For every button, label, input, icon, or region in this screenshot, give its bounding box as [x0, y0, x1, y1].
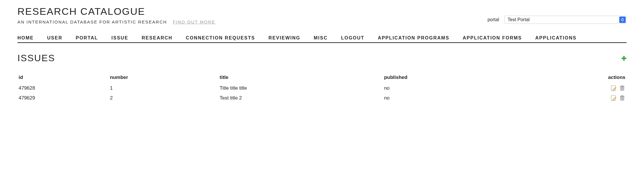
col-header-id[interactable]: id — [17, 72, 109, 83]
edit-icon — [611, 95, 617, 101]
nav-connection-requests[interactable]: CONNECTION REQUESTS — [186, 35, 255, 41]
table-header-row: id number title published actions — [17, 72, 627, 83]
nav-applications[interactable]: APPLICATIONS — [535, 35, 577, 41]
edit-button[interactable] — [611, 95, 617, 101]
brand-block: RESEARCH CATALOGUE AN INTERNATIONAL DATA… — [17, 6, 215, 24]
nav-research[interactable]: RESEARCH — [142, 35, 172, 41]
delete-button[interactable] — [619, 95, 625, 101]
edit-button[interactable] — [611, 85, 617, 91]
nav-reviewing[interactable]: REVIEWING — [268, 35, 300, 41]
nav-logout[interactable]: LOGOUT — [341, 35, 364, 41]
portal-label: portal — [488, 17, 499, 22]
col-header-title[interactable]: title — [218, 72, 383, 83]
nav-application-forms[interactable]: APPLICATION FORMS — [463, 35, 522, 41]
svg-rect-12 — [621, 95, 623, 96]
nav-home[interactable]: HOME — [17, 35, 34, 41]
col-header-published[interactable]: published — [383, 72, 517, 83]
table-row: 479628 1 Title title title no — [17, 83, 627, 93]
issues-table: id number title published actions 479628… — [17, 72, 627, 103]
portal-selected-value: Test Portal — [508, 17, 530, 22]
edit-icon — [611, 85, 617, 91]
page-title: ISSUES — [17, 53, 55, 64]
site-tagline: AN INTERNATIONAL DATABASE FOR ARTISTIC R… — [17, 19, 167, 24]
svg-rect-1 — [622, 58, 626, 59]
select-chevrons-icon — [619, 17, 626, 23]
main-nav: HOME USER PORTAL ISSUE RESEARCH CONNECTI… — [17, 35, 627, 43]
nav-issue[interactable]: ISSUE — [111, 35, 128, 41]
trash-icon — [619, 95, 625, 101]
add-issue-button[interactable] — [621, 56, 627, 61]
delete-button[interactable] — [619, 85, 625, 91]
nav-application-programs[interactable]: APPLICATION PROGRAMS — [378, 35, 449, 41]
cell-id: 479628 — [17, 83, 109, 93]
col-header-number[interactable]: number — [109, 72, 218, 83]
find-out-more-link[interactable]: FIND OUT MORE — [173, 19, 215, 24]
cell-published: no — [383, 83, 517, 93]
nav-misc[interactable]: MISC — [314, 35, 328, 41]
cell-published: no — [383, 93, 517, 103]
trash-icon — [619, 85, 625, 91]
cell-number: 1 — [109, 83, 218, 93]
table-row: 479629 2 Test title 2 no — [17, 93, 627, 103]
plus-icon — [621, 56, 627, 61]
cell-number: 2 — [109, 93, 218, 103]
cell-title: Title title title — [218, 83, 383, 93]
portal-select[interactable]: Test Portal — [504, 16, 627, 24]
cell-title: Test title 2 — [218, 93, 383, 103]
cell-id: 479629 — [17, 93, 109, 103]
nav-portal[interactable]: PORTAL — [76, 35, 98, 41]
site-title: RESEARCH CATALOGUE — [17, 6, 215, 17]
svg-rect-5 — [621, 86, 623, 86]
col-header-actions: actions — [517, 72, 627, 83]
nav-user[interactable]: USER — [47, 35, 62, 41]
